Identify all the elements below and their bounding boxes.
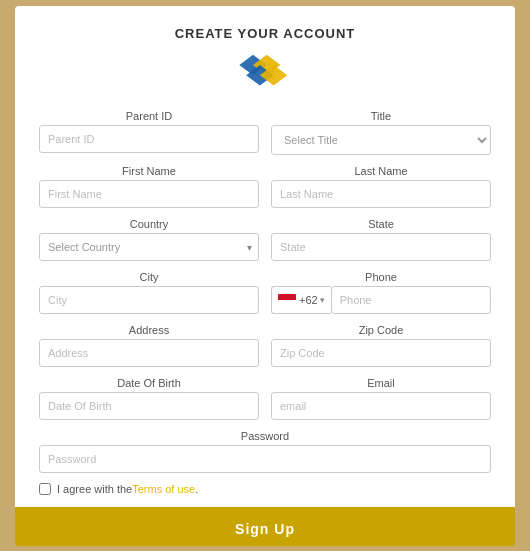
city-input[interactable] bbox=[39, 286, 259, 314]
signup-btn-container: Sign Up bbox=[15, 507, 515, 546]
state-label: State bbox=[271, 218, 491, 230]
first-name-label: First Name bbox=[39, 165, 259, 177]
zip-code-group: Zip Code bbox=[271, 324, 491, 367]
address-input[interactable] bbox=[39, 339, 259, 367]
dob-label: Date Of Birth bbox=[39, 377, 259, 389]
password-label: Password bbox=[39, 430, 491, 442]
row-address-zip: Address Zip Code bbox=[39, 324, 491, 367]
country-select[interactable]: Select Country bbox=[39, 233, 259, 261]
terms-text-suffix: . bbox=[195, 483, 198, 495]
create-account-modal: CREATE YOUR ACCOUNT Parent ID Title bbox=[15, 6, 515, 546]
row-city-phone: City Phone +62 ▾ bbox=[39, 271, 491, 314]
first-name-input[interactable] bbox=[39, 180, 259, 208]
row-country-state: Country Select Country State bbox=[39, 218, 491, 261]
dob-input[interactable] bbox=[39, 392, 259, 420]
country-group: Country Select Country bbox=[39, 218, 259, 261]
phone-input-group: +62 ▾ bbox=[271, 286, 491, 314]
password-group: Password bbox=[39, 430, 491, 473]
terms-checkbox[interactable] bbox=[39, 483, 51, 495]
logo-container bbox=[39, 51, 491, 96]
parent-id-label: Parent ID bbox=[39, 110, 259, 122]
phone-input[interactable] bbox=[331, 286, 491, 314]
terms-text-prefix: I agree with the bbox=[57, 483, 132, 495]
email-group: Email bbox=[271, 377, 491, 420]
country-label: Country bbox=[39, 218, 259, 230]
state-group: State bbox=[271, 218, 491, 261]
signup-button[interactable]: Sign Up bbox=[15, 507, 515, 546]
last-name-group: Last Name bbox=[271, 165, 491, 208]
country-select-wrapper: Select Country bbox=[39, 233, 259, 261]
parent-id-group: Parent ID bbox=[39, 110, 259, 155]
address-group: Address bbox=[39, 324, 259, 367]
zip-code-input[interactable] bbox=[271, 339, 491, 367]
title-group: Title Select Title Mr Mrs Ms Dr bbox=[271, 110, 491, 155]
phone-dropdown-icon: ▾ bbox=[320, 295, 325, 305]
title-select[interactable]: Select Title Mr Mrs Ms Dr bbox=[271, 125, 491, 155]
row-parent-title: Parent ID Title Select Title Mr Mrs Ms D… bbox=[39, 110, 491, 155]
last-name-input[interactable] bbox=[271, 180, 491, 208]
parent-id-input[interactable] bbox=[39, 125, 259, 153]
row-dob-email: Date Of Birth Email bbox=[39, 377, 491, 420]
email-input[interactable] bbox=[271, 392, 491, 420]
phone-group: Phone +62 ▾ bbox=[271, 271, 491, 314]
email-label: Email bbox=[271, 377, 491, 389]
terms-link[interactable]: Terms of use bbox=[132, 483, 195, 495]
phone-label: Phone bbox=[271, 271, 491, 283]
zip-code-label: Zip Code bbox=[271, 324, 491, 336]
address-label: Address bbox=[39, 324, 259, 336]
row-name: First Name Last Name bbox=[39, 165, 491, 208]
phone-prefix[interactable]: +62 ▾ bbox=[271, 286, 331, 314]
first-name-group: First Name bbox=[39, 165, 259, 208]
modal-title: CREATE YOUR ACCOUNT bbox=[39, 26, 491, 41]
dob-group: Date Of Birth bbox=[39, 377, 259, 420]
city-group: City bbox=[39, 271, 259, 314]
row-password: Password bbox=[39, 430, 491, 473]
password-input[interactable] bbox=[39, 445, 491, 473]
brand-logo bbox=[235, 51, 295, 96]
city-label: City bbox=[39, 271, 259, 283]
title-label: Title bbox=[271, 110, 491, 122]
last-name-label: Last Name bbox=[271, 165, 491, 177]
flag-icon bbox=[278, 294, 296, 306]
phone-country-code: +62 bbox=[299, 294, 318, 306]
terms-row: I agree with the Terms of use . bbox=[39, 483, 491, 495]
state-input[interactable] bbox=[271, 233, 491, 261]
